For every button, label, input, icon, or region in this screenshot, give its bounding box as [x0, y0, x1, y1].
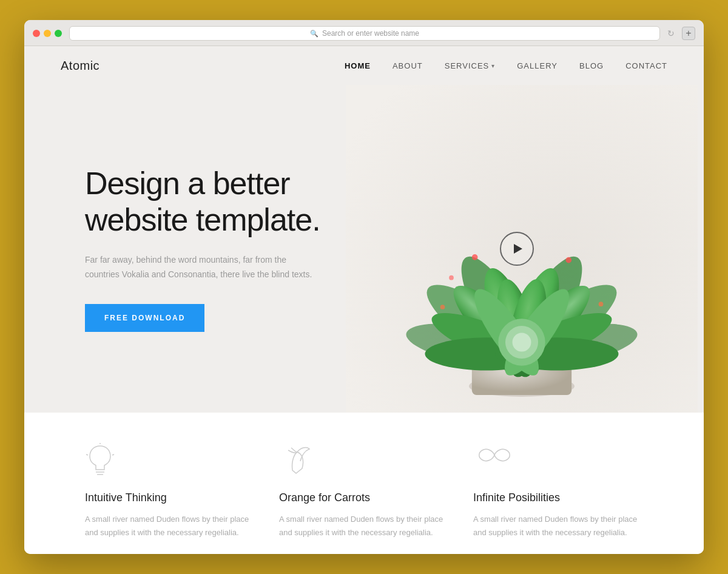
lightbulb-icon — [85, 443, 121, 479]
nav-about[interactable]: ABOUT — [393, 61, 423, 70]
infinity-icon — [473, 443, 510, 479]
features-section: Intuitive Thinking A small river named D… — [24, 413, 704, 554]
hero-subtitle: Far far away, behind the word mountains,… — [85, 253, 315, 282]
feature-text-2: A small river named Duden flows by their… — [279, 513, 449, 539]
carrot-icon — [279, 443, 315, 479]
free-download-button[interactable]: FREE DOWNLOAD — [85, 304, 204, 332]
play-icon — [514, 244, 522, 254]
chevron-down-icon: ▾ — [491, 62, 495, 69]
site-content: Atomic HOME ABOUT SERVICES ▾ GALLERY BLO… — [24, 46, 704, 554]
browser-window: 🔍 Search or enter website name ↻ + Atomi… — [24, 20, 704, 554]
close-button[interactable] — [33, 30, 40, 37]
hero-content: Design a better website template. Far fa… — [24, 129, 364, 368]
navigation: Atomic HOME ABOUT SERVICES ▾ GALLERY BLO… — [24, 46, 704, 85]
minimize-button[interactable] — [44, 30, 51, 37]
feature-text-3: A small river named Duden flows by their… — [473, 513, 643, 539]
feature-title-2: Orange for Carrots — [279, 491, 449, 504]
svg-line-34 — [112, 454, 114, 455]
svg-point-29 — [599, 302, 604, 306]
nav-home[interactable]: HOME — [345, 61, 371, 70]
nav-links: HOME ABOUT SERVICES ▾ GALLERY BLOG CONTA… — [345, 61, 667, 70]
svg-line-33 — [86, 454, 88, 455]
search-icon: 🔍 — [310, 30, 318, 38]
nav-gallery[interactable]: GALLERY — [517, 61, 558, 70]
feature-title-3: Infinite Posibilities — [473, 491, 643, 504]
svg-point-26 — [449, 275, 454, 280]
reload-button[interactable]: ↻ — [667, 29, 675, 38]
hero-title: Design a better website template. — [85, 166, 328, 238]
feature-item-3: Infinite Posibilities A small river name… — [473, 443, 667, 539]
svg-point-24 — [513, 333, 531, 352]
new-tab-button[interactable]: + — [682, 27, 695, 40]
play-button[interactable] — [500, 232, 534, 266]
traffic-lights — [33, 30, 62, 37]
svg-point-27 — [566, 257, 572, 263]
feature-item-2: Orange for Carrots A small river named D… — [279, 443, 473, 539]
browser-chrome: 🔍 Search or enter website name ↻ + — [24, 20, 704, 46]
feature-text-1: A small river named Duden flows by their… — [85, 513, 255, 539]
nav-services[interactable]: SERVICES ▾ — [445, 61, 496, 70]
url-bar[interactable]: 🔍 Search or enter website name — [69, 26, 660, 41]
feature-item-1: Intuitive Thinking A small river named D… — [85, 443, 279, 539]
hero-section: Design a better website template. Far fa… — [24, 85, 704, 413]
site-logo[interactable]: Atomic — [61, 59, 99, 73]
nav-contact[interactable]: CONTACT — [625, 61, 667, 70]
url-text: Search or enter website name — [322, 29, 419, 38]
svg-point-28 — [440, 305, 445, 309]
svg-point-25 — [472, 254, 478, 260]
nav-blog[interactable]: BLOG — [579, 61, 604, 70]
feature-title-1: Intuitive Thinking — [85, 491, 255, 504]
fullscreen-button[interactable] — [55, 30, 62, 37]
